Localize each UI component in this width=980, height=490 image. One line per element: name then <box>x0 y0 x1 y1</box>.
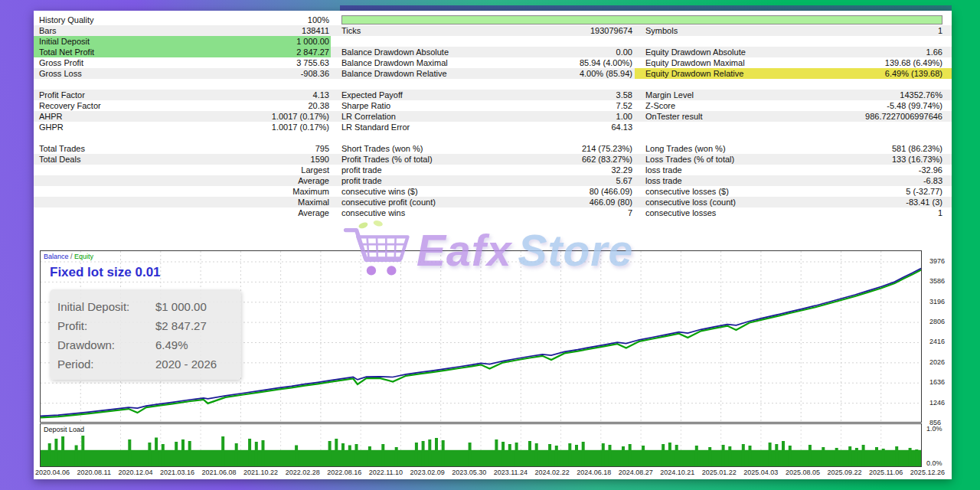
stat-value: 795 <box>315 143 329 154</box>
stat-label: consecutive wins ($) <box>341 186 418 197</box>
info-label: Drawdown: <box>57 335 155 354</box>
table-row: Averageconsecutive wins7consecutive loss… <box>34 207 952 218</box>
table-row: Gross Profit3 755.63Balance Drawdown Max… <box>34 57 952 68</box>
stat-initial-deposit: Initial Deposit1 000.00 <box>34 36 331 47</box>
stat-consecutive-losses: consecutive losses1 <box>635 207 952 218</box>
table-row <box>34 79 952 90</box>
stat-value: 64.13 <box>611 122 632 132</box>
stat-label: Ticks <box>341 25 361 36</box>
table-row: Averageprofit trade5.67loss trade-6.83 <box>34 175 952 186</box>
stat-label: Total Deals <box>39 154 80 165</box>
date-label: 2024.02.22 <box>535 469 570 476</box>
history-quality-bar <box>341 15 942 24</box>
stat-label: Total Net Profit <box>39 47 94 57</box>
stat-label: Total Trades <box>39 143 85 154</box>
stat-maximal: Maximal <box>34 197 331 207</box>
stat-equity-drawdown-relative: Equity Drawdown Relative6.49% (139.68) <box>635 68 952 79</box>
info-value: $2 847.27 <box>155 316 207 335</box>
stat-ghpr: GHPR1.0017 (0.17%) <box>34 122 331 132</box>
stat-value: 1 <box>938 207 942 218</box>
stat-value: 139.68 (6.49%) <box>885 57 942 68</box>
date-label: 2023.02.09 <box>410 469 445 476</box>
info-row-initial-deposit: Initial Deposit:$1 000.00 <box>57 297 241 316</box>
stat-label: Gross Loss <box>39 68 82 79</box>
stat-label: Bars <box>39 25 57 36</box>
y-tick-3976: 3976 <box>929 257 945 265</box>
history-quality-bar-fill <box>342 16 942 24</box>
stat-cell-empty <box>635 122 952 132</box>
stat-value: 1 000.00 <box>296 36 329 47</box>
stat-value: -83.41 (3) <box>906 197 942 207</box>
stat-profit-factor: Profit Factor4.13 <box>34 90 331 100</box>
info-value: 6.49% <box>155 335 188 354</box>
date-label: 2025.04.03 <box>743 469 778 476</box>
date-label: 2024.08.27 <box>619 469 653 476</box>
y-tick-2026: 2026 <box>929 358 945 366</box>
date-label: 2021.10.22 <box>243 469 278 476</box>
stat-label: Expected Payoff <box>341 90 403 100</box>
date-label: 2024.06.18 <box>577 469 611 476</box>
stat-value: 85.94 (4.00%) <box>580 57 632 68</box>
table-row <box>34 132 952 143</box>
stat-consecutive-wins: consecutive wins ($)80 (466.09) <box>331 186 635 197</box>
legend-separator: / <box>69 253 75 260</box>
table-row: Initial Deposit1 000.00 <box>34 36 952 47</box>
stat-label: consecutive losses <box>645 207 716 218</box>
stat-sharpe-ratio: Sharpe Ratio7.52 <box>331 100 635 111</box>
stat-ahpr: AHPR1.0017 (0.17%) <box>34 111 331 122</box>
stat-label: profit trade <box>341 165 382 175</box>
stat-loss-trades-of-total: Loss Trades (% of total)133 (16.73%) <box>635 154 952 165</box>
stat-label: Short Trades (won %) <box>341 143 423 154</box>
table-row: Recovery Factor20.38Sharpe Ratio7.52Z-Sc… <box>34 100 952 111</box>
stat-value: 2 847.27 <box>296 47 329 57</box>
stat-value: 80 (466.09) <box>590 186 632 197</box>
stat-consecutive-wins: consecutive wins7 <box>331 207 635 218</box>
stat-label: Balance Drawdown Maximal <box>341 57 448 68</box>
stat-label: consecutive losses ($) <box>645 186 729 197</box>
stat-average: Average <box>34 175 331 186</box>
stat-value: 1.0017 (0.17%) <box>272 122 329 132</box>
date-label: 2025.09.22 <box>827 469 861 476</box>
stat-label: Balance Drawdown Absolute <box>341 47 449 57</box>
stat-z-score: Z-Score-5.48 (99.74%) <box>635 100 952 111</box>
info-label: Period: <box>57 354 155 374</box>
date-label: 2020.08.11 <box>77 469 111 476</box>
stat-label: Equity Drawdown Maximal <box>645 57 745 68</box>
stat-value: 4.00% (85.94) <box>580 68 632 79</box>
stat-label: Profit Trades (% of total) <box>341 154 433 165</box>
stat-label: Z-Score <box>645 100 675 111</box>
stat-value: Maximum <box>292 186 329 197</box>
stat-cell-empty <box>331 36 635 47</box>
stat-value: 1 <box>938 25 942 36</box>
info-label: Profit: <box>57 316 155 335</box>
stat-expected-payoff: Expected Payoff3.58 <box>331 90 635 100</box>
date-label: 2025.11.06 <box>869 469 903 476</box>
stat-value: -908.36 <box>301 68 329 79</box>
date-label: 2025.08.05 <box>786 469 820 476</box>
deposit-load-label: Deposit Load <box>44 426 84 433</box>
info-label: Initial Deposit: <box>57 297 155 316</box>
stat-label: LR Standard Error <box>341 122 410 132</box>
stat-loss-trade: loss trade-6.83 <box>635 175 952 186</box>
y-tick-3196: 3196 <box>929 298 945 305</box>
table-row: Maximumconsecutive wins ($)80 (466.09)co… <box>34 186 952 197</box>
stat-lr-standard-error: LR Standard Error64.13 <box>331 122 635 132</box>
stats-table: History Quality100%Bars138411Ticks193079… <box>34 15 952 218</box>
stat-label: Initial Deposit <box>39 36 90 47</box>
date-label: 2024.10.21 <box>660 469 694 476</box>
stat-total-net-profit: Total Net Profit2 847.27 <box>34 47 331 57</box>
stat-label: consecutive loss (count) <box>645 197 736 207</box>
stat-ontester-result: OnTester result986.7227006997646 <box>635 111 952 122</box>
stat-label: loss trade <box>645 165 682 175</box>
deposit-load-histogram <box>41 426 921 466</box>
stat-profit-trade: profit trade32.29 <box>331 165 635 175</box>
stat-value: -5.48 (99.74%) <box>887 100 942 111</box>
stat-label: profit trade <box>341 175 382 186</box>
stat-recovery-factor: Recovery Factor20.38 <box>34 100 331 111</box>
stat-long-trades-won: Long Trades (won %)581 (86.23%) <box>635 143 952 154</box>
table-row: Profit Factor4.13Expected Payoff3.58Marg… <box>34 90 952 100</box>
stat-value: 986.7227006997646 <box>865 111 942 122</box>
stat-value: Average <box>298 207 329 218</box>
stat-label: consecutive profit (count) <box>341 197 436 207</box>
stat-value: 100% <box>308 15 329 25</box>
